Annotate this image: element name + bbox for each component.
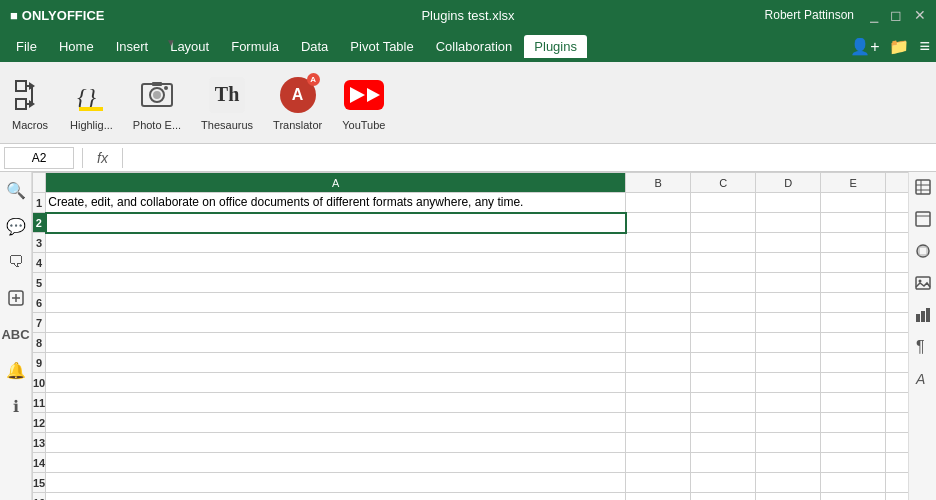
cell-C12[interactable] bbox=[691, 413, 756, 433]
cell-B14[interactable] bbox=[626, 453, 691, 473]
col-header-A[interactable]: A bbox=[46, 173, 626, 193]
cell-F16[interactable] bbox=[886, 493, 908, 501]
row-number-4[interactable]: 4 bbox=[33, 253, 46, 273]
col-header-D[interactable]: D bbox=[756, 173, 821, 193]
cell-E9[interactable] bbox=[821, 353, 886, 373]
cell-F1[interactable] bbox=[886, 193, 908, 213]
search-sidebar-icon[interactable]: 🔍 bbox=[4, 178, 28, 202]
cell-A11[interactable] bbox=[46, 393, 626, 413]
cell-C6[interactable] bbox=[691, 293, 756, 313]
cell-C1[interactable] bbox=[691, 193, 756, 213]
menu-plugins[interactable]: Plugins bbox=[524, 35, 587, 58]
menu-home[interactable]: Home bbox=[49, 35, 104, 58]
row-number-7[interactable]: 7 bbox=[33, 313, 46, 333]
row-number-16[interactable]: 16 bbox=[33, 493, 46, 501]
plugin-photo-editor[interactable]: Photo E... ▼ bbox=[133, 75, 181, 131]
cell-E13[interactable] bbox=[821, 433, 886, 453]
cell-C4[interactable] bbox=[691, 253, 756, 273]
col-header-B[interactable]: B bbox=[626, 173, 691, 193]
cell-F6[interactable] bbox=[886, 293, 908, 313]
row-number-12[interactable]: 12 bbox=[33, 413, 46, 433]
cell-A14[interactable] bbox=[46, 453, 626, 473]
cell-B16[interactable] bbox=[626, 493, 691, 501]
cell-B9[interactable] bbox=[626, 353, 691, 373]
cell-B2[interactable] bbox=[626, 213, 691, 233]
cell-A16[interactable] bbox=[46, 493, 626, 501]
cell-A7[interactable] bbox=[46, 313, 626, 333]
notification-icon[interactable]: 🔔 bbox=[4, 358, 28, 382]
cell-D2[interactable] bbox=[756, 213, 821, 233]
cell-C10[interactable] bbox=[691, 373, 756, 393]
close-icon[interactable]: ✕ bbox=[914, 7, 926, 23]
plugin-highlight[interactable]: {} Highlig... bbox=[70, 75, 113, 131]
menu-data[interactable]: Data bbox=[291, 35, 338, 58]
menu-insert[interactable]: Insert bbox=[106, 35, 159, 58]
cell-A4[interactable] bbox=[46, 253, 626, 273]
text-art-settings-icon[interactable]: A bbox=[912, 368, 934, 390]
paragraph-settings-icon[interactable]: ¶ bbox=[912, 336, 934, 358]
spellcheck-icon[interactable]: ABC bbox=[4, 322, 28, 346]
cell-C16[interactable] bbox=[691, 493, 756, 501]
cell-D7[interactable] bbox=[756, 313, 821, 333]
cell-settings-icon[interactable] bbox=[912, 176, 934, 198]
cell-E1[interactable] bbox=[821, 193, 886, 213]
cell-F3[interactable] bbox=[886, 233, 908, 253]
formula-input[interactable] bbox=[131, 147, 932, 169]
cell-F2[interactable] bbox=[886, 213, 908, 233]
track-changes-icon[interactable] bbox=[4, 286, 28, 310]
comment-sidebar-icon[interactable]: 💬 bbox=[4, 214, 28, 238]
cell-F10[interactable] bbox=[886, 373, 908, 393]
cell-D14[interactable] bbox=[756, 453, 821, 473]
cell-D16[interactable] bbox=[756, 493, 821, 501]
row-number-10[interactable]: 10 bbox=[33, 373, 46, 393]
cell-D15[interactable] bbox=[756, 473, 821, 493]
cell-F7[interactable] bbox=[886, 313, 908, 333]
cell-A9[interactable] bbox=[46, 353, 626, 373]
image-settings-icon[interactable] bbox=[912, 272, 934, 294]
row-number-6[interactable]: 6 bbox=[33, 293, 46, 313]
cell-F14[interactable] bbox=[886, 453, 908, 473]
cell-C2[interactable] bbox=[691, 213, 756, 233]
cell-E3[interactable] bbox=[821, 233, 886, 253]
cell-D6[interactable] bbox=[756, 293, 821, 313]
cell-A5[interactable] bbox=[46, 273, 626, 293]
cell-A1[interactable]: Create, edit, and collaborate on office … bbox=[46, 193, 626, 213]
cell-C15[interactable] bbox=[691, 473, 756, 493]
cell-E4[interactable] bbox=[821, 253, 886, 273]
plugin-youtube[interactable]: YouTube bbox=[342, 75, 385, 131]
cell-A12[interactable] bbox=[46, 413, 626, 433]
cell-D4[interactable] bbox=[756, 253, 821, 273]
cell-F9[interactable] bbox=[886, 353, 908, 373]
menu-file[interactable]: File bbox=[6, 35, 47, 58]
cell-A15[interactable] bbox=[46, 473, 626, 493]
cell-C11[interactable] bbox=[691, 393, 756, 413]
cell-B13[interactable] bbox=[626, 433, 691, 453]
row-number-9[interactable]: 9 bbox=[33, 353, 46, 373]
cell-F11[interactable] bbox=[886, 393, 908, 413]
file-location-icon[interactable]: 📁 bbox=[889, 37, 909, 56]
col-header-E[interactable]: E bbox=[821, 173, 886, 193]
cell-B4[interactable] bbox=[626, 253, 691, 273]
cell-B15[interactable] bbox=[626, 473, 691, 493]
cell-F8[interactable] bbox=[886, 333, 908, 353]
cell-A2[interactable] bbox=[46, 213, 626, 233]
cell-B10[interactable] bbox=[626, 373, 691, 393]
shape-settings-icon[interactable] bbox=[912, 240, 934, 262]
row-number-3[interactable]: 3 bbox=[33, 233, 46, 253]
cell-D12[interactable] bbox=[756, 413, 821, 433]
row-number-8[interactable]: 8 bbox=[33, 333, 46, 353]
cell-C7[interactable] bbox=[691, 313, 756, 333]
col-header-F[interactable]: F bbox=[886, 173, 908, 193]
cell-E14[interactable] bbox=[821, 453, 886, 473]
menu-formula[interactable]: Formula bbox=[221, 35, 289, 58]
cell-A10[interactable] bbox=[46, 373, 626, 393]
cell-F5[interactable] bbox=[886, 273, 908, 293]
cell-B8[interactable] bbox=[626, 333, 691, 353]
restore-icon[interactable]: ◻ bbox=[890, 7, 902, 23]
table-settings-icon[interactable] bbox=[912, 208, 934, 230]
cell-F12[interactable] bbox=[886, 413, 908, 433]
row-number-5[interactable]: 5 bbox=[33, 273, 46, 293]
cell-F4[interactable] bbox=[886, 253, 908, 273]
cell-reference-input[interactable] bbox=[4, 147, 74, 169]
cell-A3[interactable] bbox=[46, 233, 626, 253]
